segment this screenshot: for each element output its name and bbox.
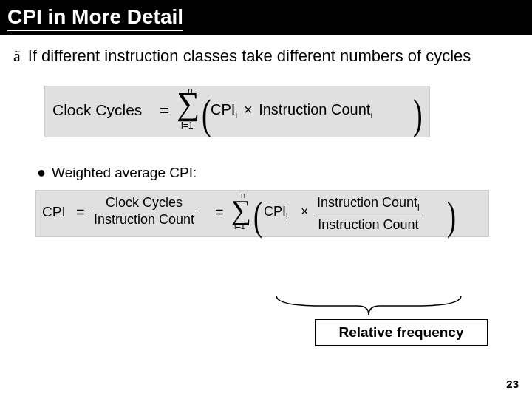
f2-cpi: CPIi: [264, 204, 288, 222]
f2-fraction-1: Clock Cycles Instruction Count: [91, 195, 197, 227]
f1-ic: Instruction Count: [259, 101, 370, 117]
f2-frac2-top-txt: Instruction Count: [317, 195, 417, 210]
sub-bullet-text: Weighted average CPI:: [52, 165, 197, 181]
f1-rhs: CPIi × Instruction Counti: [211, 101, 372, 120]
bullet-symbol: ã: [13, 46, 21, 66]
f1-ic-sub: i: [370, 109, 372, 120]
f1-lhs: Clock Cycles: [52, 101, 142, 119]
f2-sigma-sup: n: [241, 191, 245, 200]
f2-frac2-top-sub: i: [417, 202, 420, 213]
f1-sigma-sup: n: [188, 86, 193, 96]
top-bullet-row: ã If different instruction classes take …: [13, 46, 532, 66]
f2-frac1-bot: Instruction Count: [91, 211, 197, 227]
sub-bullet-symbol: ●: [37, 164, 46, 181]
f2-cpi-txt: CPI: [264, 204, 286, 219]
relative-frequency-label: Relative frequency: [315, 319, 488, 346]
times-icon: ×: [242, 101, 255, 117]
f2-fraction-2: Instruction Counti Instruction Count: [314, 195, 423, 232]
paren-right-icon: ): [413, 89, 423, 138]
f2-sigma-sub: i=1: [234, 222, 245, 231]
page-number: 23: [506, 378, 519, 390]
paren-right-icon: ): [447, 193, 456, 239]
formula-cpi: CPI = Clock Cycles Instruction Count = ∑…: [35, 190, 489, 237]
f1-cpi-sub: i: [235, 109, 237, 120]
times-icon: ×: [301, 204, 309, 219]
f2-frac2-top: Instruction Counti: [314, 195, 423, 216]
f2-cpi-sub: i: [286, 211, 288, 222]
f2-frac1-top: Clock Cycles: [91, 195, 197, 211]
paren-left-icon: (: [253, 193, 262, 239]
paren-left-icon: (: [202, 89, 211, 138]
slide-title: CPI in More Detail: [7, 5, 183, 31]
top-bullet-text: If different instruction classes take di…: [28, 46, 471, 66]
f1-sigma-sub: i=1: [181, 120, 193, 131]
f1-cpi: CPI: [211, 101, 235, 117]
f1-eq: =: [160, 101, 169, 120]
f2-lhs: CPI: [42, 204, 66, 220]
f2-frac2-bot: Instruction Count: [314, 216, 423, 232]
relfreq-text: Relative frequency: [339, 324, 464, 341]
f2-eq1: =: [76, 204, 85, 221]
title-band: CPI in More Detail: [0, 0, 532, 35]
formula-clock-cycles: Clock Cycles = ∑ n i=1 ( CPIi × Instruct…: [44, 86, 430, 137]
sub-bullet-row: ● Weighted average CPI:: [37, 164, 532, 181]
f2-eq2: =: [215, 204, 224, 221]
